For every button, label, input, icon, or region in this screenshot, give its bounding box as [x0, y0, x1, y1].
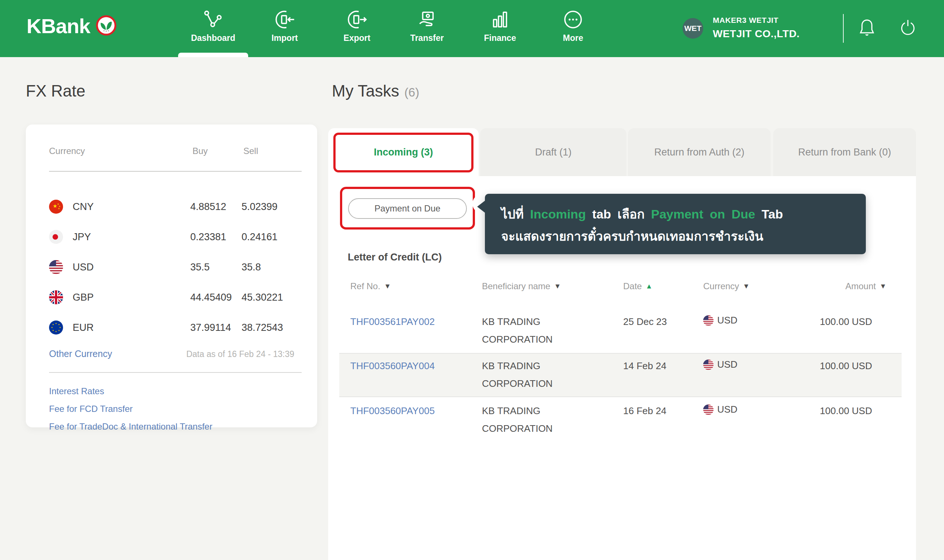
lc-col-beneficiary-label: Beneficiary name	[482, 281, 550, 291]
lc-date: 16 Feb 24	[623, 405, 666, 417]
lc-currency-code: USD	[717, 404, 737, 415]
nav-item-finance[interactable]: Finance	[469, 9, 531, 43]
jpy-flag-icon	[49, 230, 63, 245]
tooltip-arrow-icon	[477, 200, 485, 213]
fx-row-usd: USD 35.5 35.8	[26, 252, 317, 282]
fx-sell: 0.24161	[242, 231, 278, 243]
lc-col-currency[interactable]: Currency▼	[703, 281, 750, 291]
payment-on-due-button[interactable]: Payment on Due	[348, 198, 467, 219]
fx-row-eur: EUR 37.99114 38.72543	[26, 312, 317, 343]
interest-rates-link[interactable]: Interest Rates	[49, 386, 104, 397]
lc-ref-link[interactable]: THF003560PAY005	[350, 405, 435, 417]
more-icon	[542, 9, 605, 30]
svg-text:★: ★	[58, 208, 60, 210]
sort-desc-icon: ▼	[743, 282, 750, 290]
fx-buy: 35.5	[190, 262, 210, 273]
other-currency-link[interactable]: Other Currency	[49, 349, 112, 359]
nav-item-transfer[interactable]: Transfer	[396, 9, 458, 43]
nav-label-finance: Finance	[469, 33, 531, 43]
lc-currency-code: USD	[717, 359, 737, 370]
lc-col-ref-label: Ref No.	[350, 281, 380, 291]
lc-beneficiary-line1: KB TRADING	[482, 360, 540, 372]
fx-col-currency: Currency	[49, 146, 85, 156]
lc-currency: USD	[703, 359, 737, 370]
lc-table-row[interactable]: THF003560PAY005 KB TRADING CORPORATION 1…	[339, 398, 902, 443]
fx-code: CNY	[72, 201, 94, 212]
dashboard-icon	[182, 9, 244, 30]
fx-buy: 44.45409	[190, 292, 232, 303]
nav-label-export: Export	[325, 33, 388, 43]
coachmark-tooltip: ไปที่ Incoming tab เลือก Payment on Due …	[485, 194, 866, 254]
tooltip-text-2: tab เลือก	[592, 207, 645, 221]
usd-flag-icon	[703, 360, 714, 370]
fx-sell: 45.30221	[242, 292, 283, 303]
lc-ref-link[interactable]: THF003561PAY002	[350, 316, 435, 328]
lc-col-amount[interactable]: Amount▼	[845, 281, 887, 291]
tab-incoming[interactable]: Incoming (3)	[328, 128, 479, 176]
lc-col-ref[interactable]: Ref No.▼	[350, 281, 391, 291]
import-icon	[253, 9, 316, 30]
user-avatar[interactable]: WET	[683, 18, 703, 39]
usd-flag-icon	[703, 405, 714, 415]
fx-row-cny: ★ ★ ★ ★ CNY 4.88512 5.02399	[26, 192, 317, 222]
lc-ref-link[interactable]: THF003560PAY004	[350, 360, 435, 372]
finance-icon	[469, 9, 531, 30]
lc-date: 14 Feb 24	[623, 360, 666, 372]
fx-buy: 0.23381	[190, 231, 227, 243]
tab-draft[interactable]: Draft (1)	[480, 128, 626, 176]
svg-text:★: ★	[53, 203, 57, 209]
lc-col-amount-label: Amount	[845, 281, 876, 291]
fx-col-sell: Sell	[244, 146, 258, 156]
sort-desc-icon: ▼	[554, 282, 561, 290]
nav-item-more[interactable]: More	[542, 9, 605, 43]
tab-return-from-auth[interactable]: Return from Auth (2)	[628, 128, 771, 176]
fee-fcd-transfer-link[interactable]: Fee for FCD Transfer	[49, 404, 133, 414]
sort-desc-icon: ▼	[879, 282, 887, 290]
export-icon	[325, 9, 388, 30]
lc-beneficiary-line1: KB TRADING	[482, 405, 540, 417]
lc-amount: 100.00 USD	[820, 360, 872, 372]
fee-tradedoc-link[interactable]: Fee for TradeDoc & International Transfe…	[49, 422, 212, 432]
lc-amount: 100.00 USD	[820, 405, 872, 417]
tasks-panel: Payment on Due ไปที่ Incoming tab เลือก …	[328, 176, 916, 560]
usd-flag-icon	[49, 260, 63, 275]
tooltip-text-payment-on-due: Payment on Due	[651, 207, 755, 221]
tooltip-line2: จะแสดงรายการตั๋วครบกำหนดเทอมการชำระเงิน	[501, 226, 763, 246]
letter-of-credit-title: Letter of Credit (LC)	[348, 252, 442, 263]
fx-buy: 4.88512	[190, 201, 227, 212]
lc-col-beneficiary[interactable]: Beneficiary name▼	[482, 281, 561, 291]
my-tasks-count: (6)	[404, 86, 419, 99]
lc-table-row[interactable]: THF003560PAY004 KB TRADING CORPORATION 1…	[339, 353, 902, 397]
kbank-logo-text: KBank	[26, 14, 90, 38]
transfer-icon	[396, 9, 458, 30]
lc-date: 25 Dec 23	[623, 316, 667, 328]
lc-currency: USD	[703, 315, 737, 326]
tooltip-line1: ไปที่ Incoming tab เลือก Payment on Due …	[501, 204, 783, 224]
sort-desc-icon: ▼	[384, 282, 391, 290]
top-navbar: KBank Dashboard	[0, 0, 944, 57]
eur-flag-icon	[49, 320, 63, 336]
tab-return-from-bank[interactable]: Return from Bank (0)	[773, 128, 916, 176]
notifications-bell-icon[interactable]	[858, 17, 876, 39]
nav-item-import[interactable]: Import	[253, 9, 316, 43]
lc-col-date[interactable]: Date▲	[623, 281, 653, 291]
tab-draft-label: Draft (1)	[535, 147, 572, 158]
nav-item-export[interactable]: Export	[325, 9, 388, 43]
tab-return-bank-label: Return from Bank (0)	[798, 147, 891, 158]
lc-table-row[interactable]: THF003561PAY002 KB TRADING CORPORATION 2…	[339, 309, 902, 354]
tab-incoming-label: Incoming (3)	[374, 147, 433, 158]
fx-data-as-of: Data as of 16 Feb 24 - 13:39	[186, 349, 294, 359]
fx-sell: 35.8	[242, 262, 261, 273]
logout-power-icon[interactable]	[899, 17, 917, 39]
lc-beneficiary-line1: KB TRADING	[482, 316, 540, 328]
lc-col-date-label: Date	[623, 281, 642, 291]
lc-beneficiary-line2: CORPORATION	[482, 334, 553, 345]
usd-flag-icon	[703, 315, 714, 326]
lc-beneficiary-line2: CORPORATION	[482, 423, 553, 434]
fx-footer-divider	[49, 372, 302, 373]
nav-item-dashboard[interactable]: Dashboard	[182, 9, 244, 43]
lc-amount: 100.00 USD	[820, 316, 872, 328]
tooltip-text-1: ไปที่	[501, 207, 524, 221]
my-tasks-title-text: My Tasks	[332, 82, 400, 100]
fx-code: EUR	[72, 322, 94, 334]
